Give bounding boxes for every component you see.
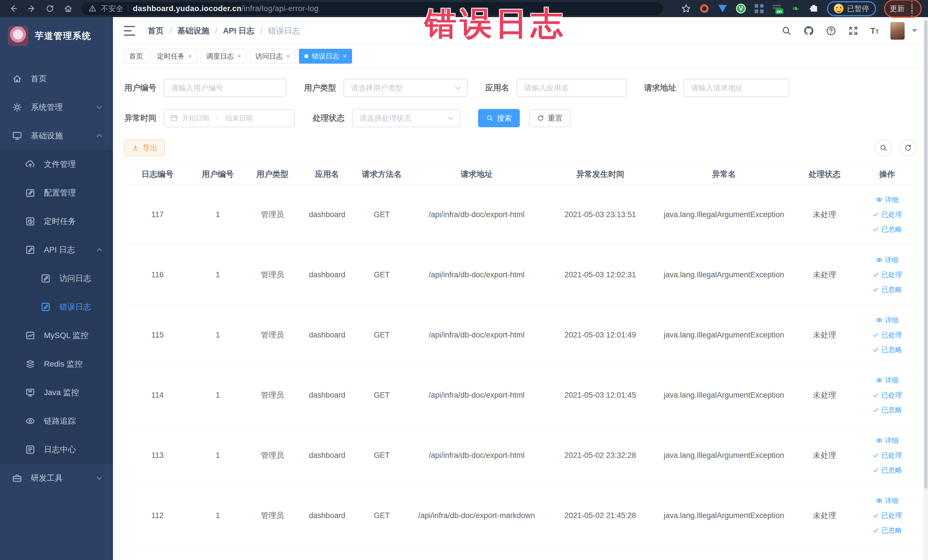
user-avatar[interactable] xyxy=(890,22,905,40)
search-icon[interactable] xyxy=(781,25,792,36)
user-type-select[interactable]: 请选择用户类型 xyxy=(343,79,467,97)
browser-update-badge[interactable]: 更新 ⋮⋮⋮ xyxy=(884,0,922,18)
processed-link[interactable]: 已处理 xyxy=(858,388,917,403)
extension-green-v-icon[interactable]: V xyxy=(736,3,746,14)
breadcrumb-item[interactable]: API 日志 xyxy=(223,25,255,36)
close-tab-icon[interactable]: × xyxy=(286,53,290,60)
browser-back-button[interactable] xyxy=(5,2,22,15)
help-icon[interactable] xyxy=(826,25,836,36)
tab-error-log[interactable]: 错误日志× xyxy=(299,49,352,64)
bookmark-star-icon[interactable] xyxy=(681,3,691,14)
column-header: 异常名 xyxy=(656,164,792,185)
fullscreen-icon[interactable] xyxy=(848,25,859,36)
sidebar-item-scheduled-jobs[interactable]: 定时任务 xyxy=(0,207,113,236)
date-separator: - xyxy=(216,114,218,122)
close-tab-icon[interactable]: × xyxy=(343,53,346,60)
browser-reload-button[interactable] xyxy=(42,2,58,15)
cell-app: dashboard xyxy=(300,425,355,485)
detail-link[interactable]: 详细 xyxy=(858,252,917,267)
browser-forward-button[interactable] xyxy=(23,2,40,15)
extension-sprout-icon[interactable]: ❧ xyxy=(791,3,801,14)
ignored-link[interactable]: 已忽略 xyxy=(858,282,917,297)
ignored-link[interactable]: 已忽略 xyxy=(858,403,917,417)
close-tab-icon[interactable]: × xyxy=(237,53,241,60)
cell-actions: 详细已处理已忽略 xyxy=(858,305,917,365)
processed-link[interactable]: 已处理 xyxy=(858,508,917,523)
sidebar-item-java-monitor[interactable]: Java 监控 xyxy=(0,378,113,407)
extension-on-badge-icon[interactable]: on xyxy=(772,3,783,14)
detail-link[interactable]: 详细 xyxy=(858,313,917,328)
refresh-icon[interactable] xyxy=(899,139,917,156)
sidebar-item-trace[interactable]: 链路追踪 xyxy=(0,407,113,435)
sidebar-item-access-log[interactable]: 访问日志 xyxy=(0,264,113,293)
search-button[interactable]: 搜索 xyxy=(478,109,520,127)
detail-link[interactable]: 详细 xyxy=(858,493,917,508)
cell-app: dashboard xyxy=(300,185,355,245)
column-header: 请求方法名 xyxy=(354,164,409,185)
sidebar-item-infrastructure[interactable]: 基础设施 xyxy=(0,122,113,150)
detail-link[interactable]: 详细 xyxy=(858,192,917,207)
cell-status: 未处理 xyxy=(792,485,858,546)
process-status-select[interactable]: 请选择处理状态 xyxy=(352,109,461,127)
tab-access-log[interactable]: 访问日志× xyxy=(250,49,296,64)
sidebar-toggle-icon[interactable] xyxy=(124,26,135,36)
reset-button[interactable]: 重置 xyxy=(529,109,571,127)
browser-menu-icon[interactable]: ⋮⋮⋮ xyxy=(908,2,916,15)
font-size-icon[interactable]: TT xyxy=(870,26,879,36)
tab-job-log[interactable]: 调度日志× xyxy=(201,49,246,64)
request-url-input[interactable] xyxy=(684,79,789,97)
processed-link[interactable]: 已处理 xyxy=(858,267,917,282)
extension-shield-icon[interactable] xyxy=(717,3,728,14)
processed-link[interactable]: 已处理 xyxy=(858,207,917,222)
browser-home-button[interactable] xyxy=(60,2,76,15)
cell-actions: 详细已处理已忽略 xyxy=(858,245,917,305)
toggle-search-icon[interactable] xyxy=(875,139,892,156)
paused-badge[interactable]: 已暂停 xyxy=(827,1,876,16)
sidebar-item-dev-tools[interactable]: 研发工具 xyxy=(0,464,113,492)
processed-link[interactable]: 已处理 xyxy=(858,328,917,342)
address-bar[interactable]: 不安全 dashboard.yudao.iocoder.cn/infra/log… xyxy=(81,2,663,15)
ignored-link[interactable]: 已忽略 xyxy=(858,523,917,538)
tab-job[interactable]: 定时任务× xyxy=(152,49,197,64)
export-button[interactable]: 导出 xyxy=(124,139,165,156)
cell-exception: java.lang.IllegalArgumentException xyxy=(656,305,792,365)
sidebar-item-config-mgmt[interactable]: 配置管理 xyxy=(0,179,113,207)
ignored-link[interactable]: 已忽略 xyxy=(858,463,917,478)
app-name-input[interactable] xyxy=(517,79,626,97)
sidebar-item-api-log[interactable]: API 日志 xyxy=(0,236,113,264)
check-icon xyxy=(872,271,879,278)
sidebar-item-system-mgmt[interactable]: 系统管理 xyxy=(0,93,113,122)
breadcrumb-item[interactable]: 首页 xyxy=(148,25,164,36)
github-icon[interactable] xyxy=(803,25,814,36)
scrollbar-thumb[interactable] xyxy=(924,21,927,488)
cell-url: /api/infra/db-doc/export-html xyxy=(409,425,544,485)
detail-link[interactable]: 详细 xyxy=(858,373,917,388)
cell-user-id: 1 xyxy=(191,185,245,245)
extensions-puzzle-icon[interactable] xyxy=(809,3,819,14)
app-logo-row[interactable]: 芋道管理系统 xyxy=(0,17,113,55)
breadcrumb-item[interactable]: 基础设施 xyxy=(177,25,209,36)
sidebar-item-mysql-monitor[interactable]: MySQL 监控 xyxy=(0,321,113,350)
ignored-link[interactable]: 已忽略 xyxy=(858,222,917,237)
table-row: 1171管理员dashboardGET/api/infra/db-doc/exp… xyxy=(124,185,917,245)
sidebar-item-file-mgmt[interactable]: 文件管理 xyxy=(0,150,113,179)
user-menu-caret-icon[interactable] xyxy=(912,29,917,32)
gear-icon xyxy=(12,102,22,112)
column-header: 用户类型 xyxy=(245,164,300,185)
processed-link[interactable]: 已处理 xyxy=(858,448,917,463)
sidebar-item-error-log[interactable]: 错误日志 xyxy=(0,293,113,321)
cell-method: GET xyxy=(354,245,409,305)
user-id-input[interactable] xyxy=(164,79,286,97)
date-range-picker[interactable]: 开始日期 - 结束日期 xyxy=(164,109,295,127)
close-tab-icon[interactable]: × xyxy=(188,53,192,60)
sidebar-item-redis-monitor[interactable]: Redis 监控 xyxy=(0,350,113,378)
sidebar-item-log-center[interactable]: 日志中心 xyxy=(0,435,113,464)
extension-grid-icon[interactable] xyxy=(754,3,764,14)
tab-home[interactable]: 首页 xyxy=(124,49,148,64)
page-scrollbar[interactable] xyxy=(923,17,928,560)
detail-link[interactable]: 详细 xyxy=(858,433,917,448)
sidebar-item-home[interactable]: 首页 xyxy=(0,64,113,93)
ignored-link[interactable]: 已忽略 xyxy=(858,342,917,357)
security-warning-icon[interactable] xyxy=(89,5,96,12)
extension-orange-icon[interactable] xyxy=(699,3,710,14)
